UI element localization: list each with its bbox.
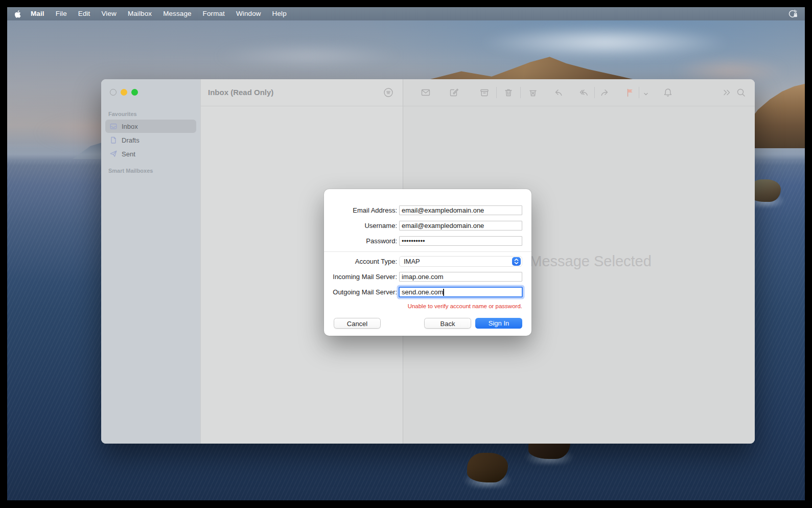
menu-item-mailbox[interactable]: Mailbox [122,7,157,20]
sidebar-item-label: Inbox [122,123,138,130]
junk-icon[interactable] [528,87,538,98]
minimize-button[interactable] [121,89,127,96]
list-header: Inbox (Read Only) [201,79,403,106]
lock-circle-arrow-icon[interactable] [787,9,798,19]
menu-item-edit[interactable]: Edit [73,7,96,20]
apple-logo-icon [14,10,21,18]
menu-item-format[interactable]: Format [197,7,230,20]
username-field[interactable] [399,221,522,230]
zoom-button[interactable] [131,89,138,96]
error-message: Unable to verify account name or passwor… [408,303,522,309]
bell-icon[interactable] [663,87,673,98]
account-type-label: Account Type: [324,257,397,267]
toolbar-separator [496,87,497,98]
sidebar-item-inbox[interactable]: Inbox [105,120,196,133]
paper-plane-icon [109,150,118,158]
sidebar-titlebar[interactable] [101,79,200,106]
reply-all-icon[interactable] [578,87,589,98]
account-type-value: IMAP [404,258,420,265]
incoming-server-label: Incoming Mail Server: [324,272,397,282]
sign-in-button[interactable]: Sign In [475,318,522,329]
sidebar-section-favourites: Favourites [108,111,193,117]
outgoing-server-field[interactable] [399,287,523,297]
apple-menu[interactable] [14,10,21,18]
username-label: Username: [324,221,397,231]
desktop-wallpaper: Mail File Edit View Mailbox Message Form… [7,7,805,500]
email-address-field[interactable] [399,205,522,215]
mailbox-title: Inbox (Read Only) [208,88,273,97]
account-type-popup[interactable]: IMAP [399,256,522,267]
password-label: Password: [324,236,397,246]
toolbar-separator [594,87,595,98]
toolbar-separator [520,87,521,98]
toolbar-separator [639,87,639,98]
sidebar-item-drafts[interactable]: Drafts [105,133,196,147]
cancel-button[interactable]: Cancel [334,318,381,329]
back-button[interactable]: Back [424,318,471,329]
menu-item-view[interactable]: View [96,7,122,20]
envelope-icon[interactable] [421,87,431,98]
sidebar-section-smart-mailboxes: Smart Mailboxes [108,168,193,174]
search-icon[interactable] [736,87,746,98]
trash-icon[interactable] [503,87,514,98]
toolbar [403,79,755,106]
archive-icon[interactable] [479,87,490,98]
incoming-server-field[interactable] [399,272,522,282]
outgoing-server-label: Outgoing Mail Server: [324,287,397,297]
text-caret [443,289,444,296]
menu-item-mail[interactable]: Mail [25,7,50,20]
menu-item-message[interactable]: Message [157,7,197,20]
compose-icon[interactable] [449,87,459,98]
draft-document-icon [109,136,118,144]
sidebar-item-label: Drafts [122,136,140,144]
inbox-tray-icon [109,122,118,130]
close-button[interactable] [110,89,117,96]
popup-stepper-icon[interactable] [512,257,521,266]
account-setup-dialog: Email Address: Username: Password: Accou… [324,189,531,336]
password-field[interactable] [399,236,522,246]
sidebar-item-sent[interactable]: Sent [105,147,196,160]
menu-item-window[interactable]: Window [230,7,267,20]
menu-item-file[interactable]: File [50,7,73,20]
sidebar-item-label: Sent [122,150,135,158]
dialog-separator [324,251,531,252]
wallpaper-islet [467,453,508,482]
menu-bar: Mail File Edit View Mailbox Message Form… [7,7,805,20]
email-address-label: Email Address: [324,205,397,216]
chevron-down-icon[interactable] [643,90,649,96]
chevron-double-right-icon[interactable] [722,87,732,98]
reply-icon[interactable] [553,87,564,98]
wallpaper-cloud [176,38,442,74]
forward-icon[interactable] [599,87,610,98]
menu-item-help[interactable]: Help [267,7,292,20]
flag-icon[interactable] [625,87,635,98]
filter-icon[interactable] [383,87,393,98]
sidebar: Favourites Inbox Drafts [101,79,200,444]
